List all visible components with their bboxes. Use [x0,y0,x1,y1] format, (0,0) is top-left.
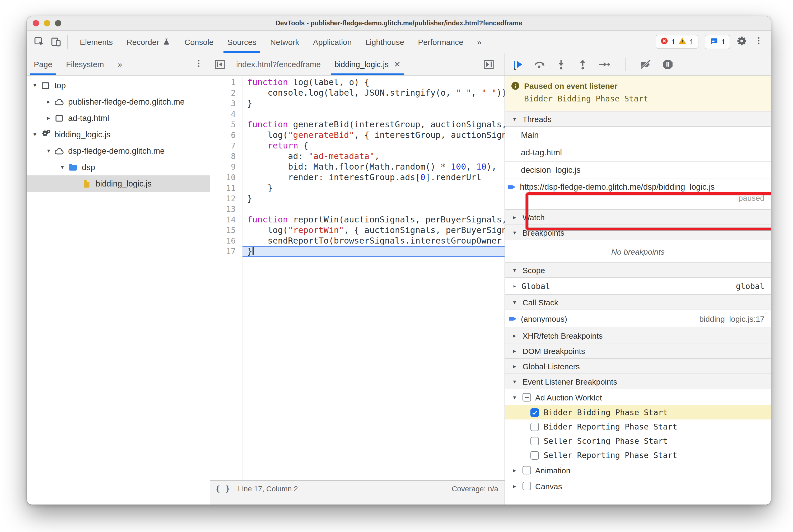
elb-item-bidder-bidding-phase-start[interactable]: Bidder Bidding Phase Start [505,405,771,419]
tree-item-publisher-fledge-demo-glitch-me[interactable]: ▸publisher-fledge-demo.glitch.me [27,94,210,110]
elb-item-bidder-reporting-phase-start[interactable]: Bidder Reporting Phase Start [505,419,771,434]
line-number[interactable]: 12 [210,193,242,204]
tree-item-bidding-logic-js[interactable]: ▾bidding_logic.js [27,126,210,142]
chevron-down-icon[interactable]: ▾ [59,164,66,171]
line-content[interactable]: } [242,193,505,204]
elb-item-seller-reporting-phase-start[interactable]: Seller Reporting Phase Start [505,448,771,462]
line-content[interactable]: log("generateBid", { interestGroup, auct… [242,130,505,140]
line-number[interactable]: 15 [210,225,242,235]
chevron-right-icon[interactable]: ▸ [511,467,518,474]
line-number[interactable]: 1 [210,77,242,88]
thread-row-ad-tag-html[interactable]: ad-tag.html [505,144,771,162]
line-content[interactable]: log("reportWin", { auctionSignals, perBu… [242,225,505,235]
threads-section-header[interactable]: ▾ Threads [505,111,771,127]
line-number[interactable]: 13 [210,204,242,214]
line-content[interactable] [242,204,505,214]
line-content[interactable]: sendReportTo(browserSignals.interestGrou… [242,235,505,246]
tab-performance[interactable]: Performance [411,31,470,53]
tree-item-bidding-logic-js[interactable]: bidding_logic.js [27,175,210,192]
line-number[interactable]: 3 [210,98,242,109]
tab-page[interactable]: Page [27,53,59,75]
line-content[interactable]: function log(label, o) { [242,77,505,88]
dom-breakpoints-section-header[interactable]: ▸DOM Breakpoints [505,343,771,359]
line-number[interactable]: 10 [210,172,242,183]
elb-group-ad-auction-worklet[interactable]: ▾Ad Auction Worklet [505,390,771,405]
checkbox-canvas[interactable] [523,482,531,490]
more-navigator-tabs-chevron[interactable]: » [111,53,129,75]
chevron-right-icon[interactable]: ▸ [45,115,52,121]
checkbox-seller-reporting-phase-start[interactable] [530,451,539,459]
line-content[interactable]: console.log(label, JSON.stringify(o, " "… [242,88,505,98]
line-content[interactable]: return { [242,140,505,151]
call-stack-frame[interactable]: (anonymous) bidding_logic.js:17 [505,310,771,328]
line-number[interactable]: 11 [210,183,242,193]
chevron-down-icon[interactable]: ▾ [31,82,39,89]
hide-navigator-button[interactable] [213,53,226,75]
line-content[interactable]: } [242,98,505,109]
line-number[interactable]: 17 [210,246,242,257]
chevron-down-icon[interactable]: ▾ [45,147,52,154]
chevron-right-icon[interactable]: ▸ [511,482,518,490]
tab-network[interactable]: Network [263,31,306,53]
line-number[interactable]: 14 [210,214,242,225]
issues-badge[interactable]: 1 [705,35,730,49]
tab-sources[interactable]: Sources [221,31,263,53]
checkbox-animation[interactable] [523,466,531,474]
line-content[interactable]: function reportWin(auctionSignals, perBu… [242,214,505,225]
line-content[interactable]: bid: Math.floor(Math.random() * 100, 10)… [242,162,505,172]
line-number[interactable]: 6 [210,130,242,140]
navigator-menu-button[interactable] [194,58,203,70]
editor-tab-index-html-fencedframe[interactable]: index.html?fencedframe [229,53,327,75]
resume-button[interactable] [511,58,524,71]
thread-row-main[interactable]: Main [505,127,771,144]
tree-item-dsp[interactable]: ▾dsp [27,159,210,175]
close-button[interactable] [33,20,39,26]
gear-icon[interactable] [736,35,748,46]
tab-elements[interactable]: Elements [73,31,120,53]
line-content[interactable]: render: interestGroup.ads[0].renderUrl [242,172,505,183]
minimize-button[interactable] [44,20,50,26]
event-listener-breakpoints-header[interactable]: ▾ Event Listener Breakpoints [505,374,771,390]
line-number[interactable]: 8 [210,151,242,162]
line-number[interactable]: 4 [210,109,242,119]
settings-button[interactable] [736,35,748,48]
code-editor[interactable]: 1function log(label, o) {2 console.log(l… [210,76,505,480]
inspect-icon[interactable] [33,36,45,48]
chevron-right-icon[interactable]: ▸ [45,98,52,105]
tab-application[interactable]: Application [306,31,359,53]
line-number[interactable]: 9 [210,162,242,172]
tab-lighthouse[interactable]: Lighthouse [358,31,411,53]
chevron-down-icon[interactable]: ▾ [511,394,518,401]
pretty-print-button[interactable]: { } [215,484,231,493]
elb-group-canvas[interactable]: ▸Canvas [505,478,771,494]
step-button[interactable] [598,58,611,71]
watch-section-header[interactable]: ▸ Watch [505,209,771,225]
tree-item-ad-tag-html[interactable]: ▸ad-tag.html [27,110,210,126]
error-warning-badges[interactable]: 1 1 [655,35,698,49]
editor-tab-bidding-logic-js[interactable]: bidding_logic.js✕ [327,53,407,75]
deactivate-breakpoints-button[interactable] [640,58,653,71]
line-number[interactable]: 16 [210,235,242,246]
checkbox-ad-auction-worklet[interactable] [523,393,531,401]
tree-item-top[interactable]: ▾top [27,77,210,94]
chevron-down-icon[interactable]: ▾ [31,131,39,138]
checkbox-seller-scoring-phase-start[interactable] [530,437,539,445]
line-content[interactable] [242,109,505,119]
tree-item-dsp-fledge-demo-glitch-me[interactable]: ▾dsp-fledge-demo.glitch.me [27,142,210,159]
line-number[interactable]: 7 [210,140,242,151]
zoom-button[interactable] [55,20,61,26]
checkbox-bidder-reporting-phase-start[interactable] [530,422,539,431]
step-out-button[interactable] [577,58,589,71]
tab-recorder[interactable]: Recorder [120,31,177,53]
breakpoints-section-header[interactable]: ▾ Breakpoints [505,225,771,240]
pause-on-exceptions-button[interactable] [661,58,674,71]
global-listeners-section-header[interactable]: ▸Global Listeners [505,358,771,374]
scope-global-row[interactable]: ▸ Global global [505,278,771,295]
thread-row-current[interactable]: https://dsp-fledge-demo.glitch.me/dsp/bi… [505,179,771,210]
kebab-icon[interactable] [194,58,203,68]
xhr-fetch-breakpoints-section-header[interactable]: ▸XHR/fetch Breakpoints [505,327,771,343]
main-menu-button[interactable] [754,36,763,48]
tab-console[interactable]: Console [177,31,220,53]
tab-filesystem[interactable]: Filesystem [59,53,111,75]
more-panels-chevron[interactable]: » [470,31,488,53]
